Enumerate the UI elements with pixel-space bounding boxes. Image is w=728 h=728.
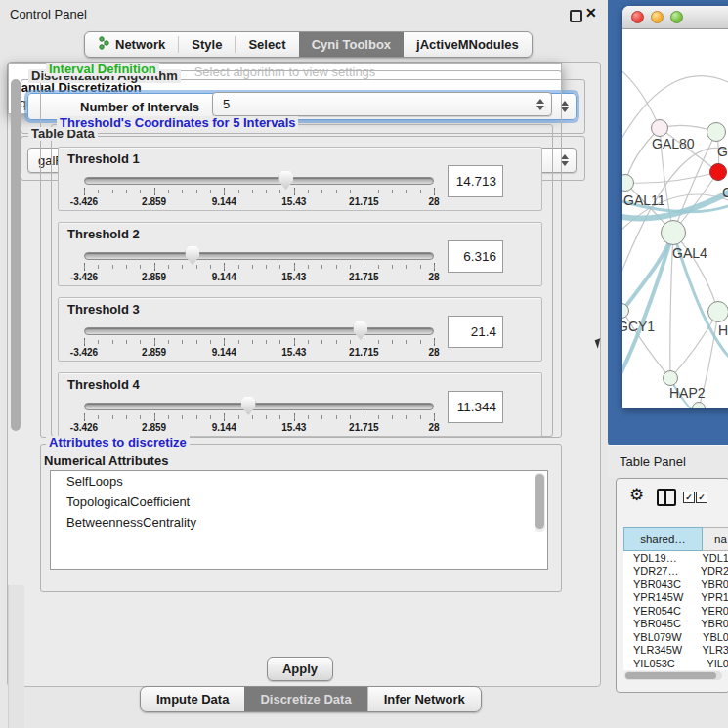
node-label: GAL11	[623, 193, 665, 208]
network-node[interactable]	[661, 220, 686, 245]
tick-label: 21.715	[349, 196, 379, 207]
group-title: Threshold's Coordinates for 5 Intervals	[57, 116, 298, 130]
table-row[interactable]: YLR345WYLR3	[623, 644, 728, 658]
split-panel-icon[interactable]	[657, 489, 676, 506]
network-node-selected[interactable]	[709, 163, 727, 181]
node-label: GCY1	[622, 319, 655, 334]
checkbox-icon[interactable]: ✓	[696, 492, 707, 503]
tick-label: 28	[428, 196, 439, 207]
list-item[interactable]: TopologicalCoefficient	[51, 492, 547, 512]
tab-select[interactable]: Select	[236, 32, 298, 57]
numerical-attributes-label: Numerical Attributes	[44, 453, 168, 468]
threshold-label: Threshold 1	[67, 151, 140, 166]
tick-label: 9.144	[212, 196, 236, 207]
node-label: GAL4	[672, 245, 707, 261]
checkbox-icon[interactable]: ✓	[683, 492, 695, 503]
zoom-traffic-light-icon[interactable]	[670, 11, 683, 23]
column-header-name[interactable]: na	[703, 527, 728, 551]
tick-label: 15.43	[281, 196, 306, 207]
slider-track[interactable]	[84, 403, 434, 410]
tab-jactivemnodules[interactable]: jActiveMNodules	[404, 32, 532, 57]
combo-stepper-icon	[561, 101, 569, 112]
list-item[interactable]: SelfLoops	[51, 471, 547, 492]
threshold-label: Threshold 4	[67, 377, 140, 392]
panel-scrollbar[interactable]	[8, 585, 24, 728]
threshold-row: Threshold 4 -3.426 2.859 9.144 15.43 21.…	[58, 372, 542, 437]
slider-track[interactable]	[84, 177, 434, 185]
threshold-value-field[interactable]: 14.713	[448, 165, 503, 197]
table-row[interactable]: YIL053CYIL0	[623, 657, 728, 670]
network-window-titlebar[interactable]	[622, 6, 728, 29]
tick-label: 21.715	[349, 422, 379, 433]
tab-discretize-data[interactable]: Discretize Data	[244, 687, 366, 711]
tick-label: 2.859	[142, 272, 166, 282]
network-node[interactable]	[707, 122, 726, 142]
tab-impute-data[interactable]: Impute Data	[141, 687, 244, 711]
tick-label: 28	[428, 347, 439, 358]
table-row[interactable]: YBR045CYBR0	[623, 618, 728, 631]
threshold-slider[interactable]: -3.426 2.859 9.144 15.43 21.715 28	[84, 177, 434, 208]
column-header-shared-name[interactable]: shared…	[623, 527, 703, 551]
tick-label: -3.426	[70, 347, 98, 358]
numerical-attributes-list[interactable]: SelfLoops TopologicalCoefficient Between…	[50, 470, 548, 570]
tick-label: 9.144	[212, 272, 236, 282]
list-scrollbar[interactable]	[535, 473, 545, 532]
slider-ticks	[84, 338, 435, 346]
table-row[interactable]: YBR043CYBR0	[623, 578, 728, 591]
table-row[interactable]: YBL079WYBL0	[623, 630, 728, 644]
node-label: GA	[717, 144, 728, 159]
slider-track[interactable]	[84, 327, 434, 335]
tick-label: 21.715	[349, 272, 379, 282]
slider-ticks	[84, 188, 435, 195]
tick-label: 28	[428, 272, 439, 282]
minimize-traffic-light-icon[interactable]	[651, 11, 664, 23]
network-canvas[interactable]: GAL80 GA C GAL11 GAL4 GCY1 H HAP2	[622, 30, 728, 408]
threshold-row: Threshold 2 -3.426 2.859 9.144 15.43 21.…	[58, 222, 542, 286]
node-label: GAL80	[652, 136, 695, 151]
threshold-value-field[interactable]: 6.316	[448, 240, 503, 273]
table-horizontal-scrollbar[interactable]	[624, 671, 722, 680]
threshold-value-field[interactable]: 11.344	[448, 391, 503, 423]
tick-label: 2.859	[142, 347, 166, 358]
network-window[interactable]: GAL80 GA C GAL11 GAL4 GCY1 H HAP2	[622, 6, 728, 408]
gear-icon[interactable]: ⚙	[629, 485, 644, 505]
tab-infer-network[interactable]: Infer Network	[367, 687, 481, 711]
apply-button[interactable]: Apply	[267, 657, 333, 681]
network-node[interactable]	[707, 301, 728, 322]
table-row[interactable]: YPR145WYPR1	[623, 591, 728, 605]
tick-label: 15.43	[281, 422, 306, 433]
threshold-row: Threshold 3 -3.426 2.859 9.144 15.43 21.…	[58, 297, 542, 362]
table-body: YDL19…YDL1 YDR27…YDR2 YBR043CYBR0 YPR145…	[623, 551, 728, 670]
network-node[interactable]	[663, 370, 678, 386]
float-window-icon[interactable]	[570, 10, 582, 22]
node-label: HAP2	[669, 385, 706, 401]
cyni-toolbox-panel: Discretization Algorithm Select algorith…	[7, 62, 601, 687]
tick-label: 21.715	[349, 347, 379, 358]
threshold-slider[interactable]: -3.426 2.859 9.144 15.43 21.715 28	[84, 252, 434, 283]
cyni-bottom-tabbar: Impute Data Discretize Data Infer Networ…	[140, 686, 482, 712]
tab-cyni-toolbox[interactable]: Cyni Toolbox	[299, 32, 404, 57]
settings-scroll-area: Interval Definition Number of Intervals …	[8, 114, 566, 585]
tick-label: 9.144	[212, 422, 236, 433]
tick-label: 28	[428, 422, 439, 433]
threshold-slider[interactable]: -3.426 2.859 9.144 15.43 21.715 28	[84, 327, 434, 359]
scrollbar-thumb[interactable]	[11, 79, 21, 431]
tab-style[interactable]: Style	[179, 32, 235, 57]
tick-label: -3.426	[70, 196, 98, 207]
threshold-slider[interactable]: -3.426 2.859 9.144 15.43 21.715 28	[84, 403, 434, 434]
tick-label: 2.859	[142, 422, 166, 433]
close-traffic-light-icon[interactable]	[631, 11, 644, 23]
tab-network[interactable]: Network	[85, 32, 178, 57]
close-icon[interactable]: ✕	[585, 5, 597, 21]
network-node[interactable]	[651, 119, 668, 137]
threshold-value-field[interactable]: 21.4	[448, 316, 503, 348]
network-view-frame: GAL80 GA C GAL11 GAL4 GCY1 H HAP2	[608, 0, 728, 446]
list-item[interactable]: BetweennessCentrality	[51, 512, 547, 533]
network-node[interactable]	[692, 402, 706, 408]
table-row[interactable]: YDR27…YDR2	[623, 565, 728, 578]
table-row[interactable]: YDL19…YDL1	[623, 551, 728, 565]
tick-label: -3.426	[70, 272, 98, 282]
slider-track[interactable]	[84, 252, 434, 260]
table-row[interactable]: YER054CYER0	[623, 604, 728, 618]
tick-label: 9.144	[212, 347, 236, 358]
